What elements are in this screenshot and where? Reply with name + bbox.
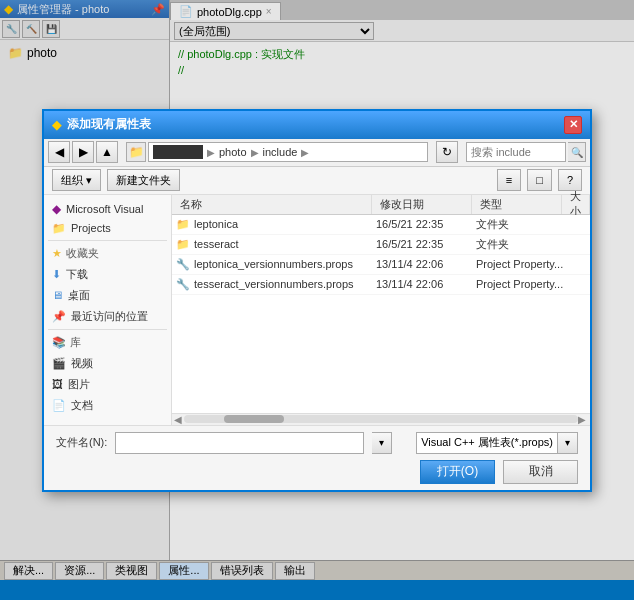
recent-label: 最近访问的位置 xyxy=(71,309,148,324)
nav-divider-2 xyxy=(48,329,167,330)
horizontal-scrollbar[interactable]: ◀ ▶ xyxy=(172,413,590,425)
dialog-close-btn[interactable]: ✕ xyxy=(564,116,582,134)
desktop-label: 桌面 xyxy=(68,288,90,303)
scroll-left-btn[interactable]: ◀ xyxy=(174,414,184,425)
props-icon-tesseract: 🔧 xyxy=(176,278,190,291)
nav-item-ms-visual[interactable]: ◆ Microsoft Visual xyxy=(44,199,171,219)
images-icon: 🖼 xyxy=(52,378,63,390)
file-list: 📁 leptonica 16/5/21 22:35 文件夹 📁 tesser xyxy=(172,215,590,413)
dialog-main: ◆ Microsoft Visual 📁 Projects ★ 收藏夹 ⬇ xyxy=(44,195,590,425)
add-props-dialog: ◆ 添加现有属性表 ✕ ◀ ▶ ▲ 📁 ▶ photo ▶ xyxy=(42,109,592,492)
nav-item-desktop[interactable]: 🖥 桌面 xyxy=(44,285,171,306)
refresh-btn[interactable]: ↻ xyxy=(436,141,458,163)
address-bar[interactable]: ▶ photo ▶ include ▶ xyxy=(148,142,428,162)
file-cell-leptonica-date: 16/5/21 22:35 xyxy=(376,218,476,230)
video-label: 视频 xyxy=(71,356,93,371)
recent-icon: 📌 xyxy=(52,310,66,323)
filename-dropdown-btn[interactable]: ▾ xyxy=(372,432,392,454)
nav-item-downloads[interactable]: ⬇ 下载 xyxy=(44,264,171,285)
new-folder-btn[interactable]: 新建文件夹 xyxy=(107,169,180,191)
dialog-footer: 文件名(N): ▾ Visual C++ 属性表(*.props) ▾ 打开(O… xyxy=(44,425,590,490)
dialog-title-text: 添加现有属性表 xyxy=(67,116,151,133)
open-btn[interactable]: 打开(O) xyxy=(420,460,495,484)
scroll-thumb[interactable] xyxy=(224,415,284,423)
nav-item-docs[interactable]: 📄 文档 xyxy=(44,395,171,416)
file-cell-tesseract-props-type: Project Property... xyxy=(476,278,566,290)
dialog-titlebar: ◆ 添加现有属性表 ✕ xyxy=(44,111,590,139)
file-row-leptonica-props[interactable]: 🔧 leptonica_versionnumbers.props 13/11/4… xyxy=(172,255,590,275)
col-size[interactable]: 大小 xyxy=(562,195,590,214)
favorites-label: 收藏夹 xyxy=(66,246,99,261)
file-list-header: 名称 修改日期 类型 大小 xyxy=(172,195,590,215)
filename-row: 文件名(N): ▾ Visual C++ 属性表(*.props) ▾ xyxy=(56,432,578,454)
help-btn[interactable]: ? xyxy=(558,169,582,191)
file-row-tesseract-props[interactable]: 🔧 tesseract_versionnumbers.props 13/11/4… xyxy=(172,275,590,295)
addr-photo: photo xyxy=(219,146,247,158)
library-group: 📚 库 xyxy=(44,332,171,353)
library-label: 库 xyxy=(70,335,81,350)
nav-item-video[interactable]: 🎬 视频 xyxy=(44,353,171,374)
dialog-actions-bar: 组织 ▾ 新建文件夹 ≡ □ ? xyxy=(44,167,590,195)
docs-icon: 📄 xyxy=(52,399,66,412)
file-pane: 名称 修改日期 类型 大小 xyxy=(172,195,590,425)
file-cell-tesseract-type: 文件夹 xyxy=(476,237,566,252)
back-btn[interactable]: ◀ xyxy=(48,141,70,163)
file-row-tesseract[interactable]: 📁 tesseract 16/5/21 22:35 文件夹 xyxy=(172,235,590,255)
dialog-title-icon: ◆ xyxy=(52,118,61,132)
ms-visual-label: Microsoft Visual xyxy=(66,203,143,215)
addr-include: include xyxy=(263,146,298,158)
file-cell-tesseract-props-date: 13/11/4 22:06 xyxy=(376,278,476,290)
props-icon-leptonica: 🔧 xyxy=(176,258,190,271)
pane-toggle-btn[interactable]: □ xyxy=(527,169,552,191)
new-folder-label: 新建文件夹 xyxy=(116,173,171,188)
nav-item-recent[interactable]: 📌 最近访问的位置 xyxy=(44,306,171,327)
dialog-title-left: ◆ 添加现有属性表 xyxy=(52,116,151,133)
filename-input[interactable] xyxy=(115,432,364,454)
file-cell-tesseract-props-name: 🔧 tesseract_versionnumbers.props xyxy=(176,278,376,291)
view-toggle-btn[interactable]: ≡ xyxy=(497,169,521,191)
nav-item-projects[interactable]: 📁 Projects xyxy=(44,219,171,238)
file-cell-leptonica-props-type: Project Property... xyxy=(476,258,566,270)
filetype-display: Visual C++ 属性表(*.props) xyxy=(416,432,558,454)
folder-icon-leptonica: 📁 xyxy=(176,218,190,231)
dialog-overlay: ◆ 添加现有属性表 ✕ ◀ ▶ ▲ 📁 ▶ photo ▶ xyxy=(0,0,634,600)
col-date[interactable]: 修改日期 xyxy=(372,195,472,214)
organize-btn[interactable]: 组织 ▾ xyxy=(52,169,101,191)
file-row-leptonica[interactable]: 📁 leptonica 16/5/21 22:35 文件夹 xyxy=(172,215,590,235)
filename-label: 文件名(N): xyxy=(56,435,107,450)
docs-label: 文档 xyxy=(71,398,93,413)
file-cell-tesseract-name: 📁 tesseract xyxy=(176,238,376,251)
cancel-btn[interactable]: 取消 xyxy=(503,460,578,484)
nav-item-images[interactable]: 🖼 图片 xyxy=(44,374,171,395)
address-blurred xyxy=(153,145,203,159)
up-btn[interactable]: ▲ xyxy=(96,141,118,163)
search-input[interactable] xyxy=(466,142,566,162)
help-icon: ? xyxy=(567,174,573,186)
downloads-label: 下载 xyxy=(66,267,88,282)
video-icon: 🎬 xyxy=(52,357,66,370)
file-cell-leptonica-props-name: 🔧 leptonica_versionnumbers.props xyxy=(176,258,376,271)
folder-icon-btn[interactable]: 📁 xyxy=(126,142,146,162)
scroll-track[interactable] xyxy=(184,415,578,423)
file-cell-tesseract-date: 16/5/21 22:35 xyxy=(376,238,476,250)
projects-label: Projects xyxy=(71,222,111,234)
scroll-right-btn[interactable]: ▶ xyxy=(578,414,588,425)
col-type[interactable]: 类型 xyxy=(472,195,562,214)
filetype-dropdown-btn[interactable]: ▾ xyxy=(558,432,578,454)
organize-label: 组织 ▾ xyxy=(61,173,92,188)
leptonica-name: leptonica xyxy=(194,218,238,230)
desktop-icon: 🖥 xyxy=(52,289,63,301)
star-icon: ★ xyxy=(52,247,62,260)
filetype-row: Visual C++ 属性表(*.props) ▾ xyxy=(416,432,578,454)
leptonica-props-name: leptonica_versionnumbers.props xyxy=(194,258,353,270)
addr-arrow3: ▶ xyxy=(301,147,309,158)
view-icon: ≡ xyxy=(506,174,512,186)
dialog-address-toolbar: ◀ ▶ ▲ 📁 ▶ photo ▶ include ▶ ↻ xyxy=(44,139,590,167)
col-name[interactable]: 名称 xyxy=(172,195,372,214)
tesseract-name: tesseract xyxy=(194,238,239,250)
file-cell-leptonica-name: 📁 leptonica xyxy=(176,218,376,231)
dialog-btn-row: 打开(O) 取消 xyxy=(56,460,578,484)
nav-divider-1 xyxy=(48,240,167,241)
search-btn[interactable]: 🔍 xyxy=(568,142,586,162)
forward-btn[interactable]: ▶ xyxy=(72,141,94,163)
